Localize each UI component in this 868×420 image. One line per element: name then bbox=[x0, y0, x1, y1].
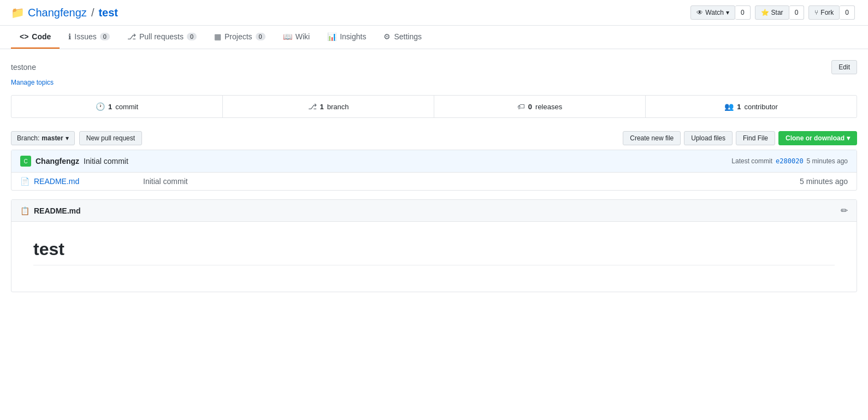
branch-left: Branch: master ▾ New pull request bbox=[11, 131, 142, 145]
branch-prefix: Branch: bbox=[17, 134, 39, 142]
readme-book-icon: 📋 bbox=[20, 206, 29, 215]
projects-icon: ▦ bbox=[214, 32, 221, 41]
contributors-stat[interactable]: 👥 1 contributor bbox=[646, 96, 857, 117]
readme-content: test bbox=[11, 222, 857, 292]
watch-group: 👁 Watch ▾ 0 bbox=[690, 5, 750, 20]
readme-header: 📋 README.md ✏ bbox=[11, 200, 857, 222]
readme-title-text: README.md bbox=[34, 206, 81, 215]
chevron-down-icon: ▾ bbox=[726, 9, 729, 16]
contributor-label: contributor bbox=[744, 103, 777, 111]
pr-badge: 0 bbox=[187, 33, 197, 40]
fork-button[interactable]: ⑂ Fork bbox=[808, 5, 840, 20]
repo-name[interactable]: test bbox=[98, 7, 118, 19]
avatar: C bbox=[20, 156, 31, 167]
branch-bar: Branch: master ▾ New pull request Create… bbox=[11, 127, 857, 150]
repo-owner[interactable]: Changfengz bbox=[28, 7, 87, 19]
commit-sha[interactable]: e280020 bbox=[776, 157, 804, 165]
tab-insights-label: Insights bbox=[340, 32, 366, 41]
branch-icon: ⎇ bbox=[308, 102, 317, 111]
releases-icon: 🏷 bbox=[517, 102, 525, 111]
new-pull-request-button[interactable]: New pull request bbox=[79, 131, 142, 145]
star-label: Star bbox=[771, 9, 783, 16]
tabs-nav: <> Code ℹ Issues 0 ⎇ Pull requests 0 ▦ P… bbox=[0, 26, 868, 49]
tab-wiki-label: Wiki bbox=[296, 32, 310, 41]
fork-label: Fork bbox=[820, 9, 834, 16]
watch-count: 0 bbox=[735, 5, 751, 20]
table-row: 📄 README.md Initial commit 5 minutes ago bbox=[11, 173, 857, 190]
tab-pull-requests[interactable]: ⎇ Pull requests 0 bbox=[119, 26, 205, 49]
title-separator: / bbox=[91, 7, 95, 19]
release-label: releases bbox=[535, 103, 562, 111]
branch-label: branch bbox=[327, 103, 349, 111]
code-icon: <> bbox=[20, 32, 28, 41]
repo-description-text: testone bbox=[11, 63, 36, 72]
branch-selector[interactable]: Branch: master ▾ bbox=[11, 131, 75, 145]
tab-wiki[interactable]: 📖 Wiki bbox=[274, 26, 318, 49]
commits-stat[interactable]: 🕐 1 commit bbox=[11, 96, 223, 117]
file-icon: 📄 bbox=[20, 177, 29, 186]
tab-insights[interactable]: 📊 Insights bbox=[318, 26, 375, 49]
contributors-icon: 👥 bbox=[724, 102, 734, 111]
latest-commit-label: Latest commit bbox=[731, 157, 772, 165]
commit-time: 5 minutes ago bbox=[807, 157, 848, 165]
clone-label: Clone or download bbox=[786, 134, 845, 142]
branch-right: Create new file Upload files Find File C… bbox=[623, 131, 857, 145]
stats-bar: 🕐 1 commit ⎇ 1 branch 🏷 0 releases 👥 1 c… bbox=[11, 95, 857, 118]
main-content: testone Edit Manage topics 🕐 1 commit ⎇ … bbox=[0, 49, 868, 292]
readme-edit-button[interactable]: ✏ bbox=[841, 205, 848, 216]
repo-title: 📁 Changfengz / test bbox=[11, 6, 118, 19]
commit-message: Initial commit bbox=[84, 157, 128, 165]
tab-projects[interactable]: ▦ Projects 0 bbox=[205, 26, 274, 49]
fork-icon: ⑂ bbox=[814, 9, 818, 16]
insights-icon: 📊 bbox=[327, 32, 336, 41]
commit-right: Latest commit e280020 5 minutes ago bbox=[731, 157, 848, 165]
commit-icon: 🕐 bbox=[96, 102, 105, 111]
tab-issues[interactable]: ℹ Issues 0 bbox=[60, 26, 119, 49]
settings-icon: ⚙ bbox=[383, 32, 391, 41]
commit-count: 1 bbox=[108, 103, 112, 111]
branch-name: master bbox=[42, 134, 63, 142]
file-commit-msg: Initial commit bbox=[143, 177, 782, 186]
tab-settings[interactable]: ⚙ Settings bbox=[375, 26, 430, 49]
contributor-count: 1 bbox=[737, 103, 741, 111]
watch-label: Watch bbox=[705, 9, 724, 16]
edit-description-button[interactable]: Edit bbox=[831, 60, 857, 74]
branch-count: 1 bbox=[320, 103, 324, 111]
tab-settings-label: Settings bbox=[394, 32, 422, 41]
star-icon: ⭐ bbox=[761, 9, 769, 16]
create-new-file-button[interactable]: Create new file bbox=[623, 131, 681, 145]
tab-projects-label: Projects bbox=[225, 32, 252, 41]
releases-stat[interactable]: 🏷 0 releases bbox=[434, 96, 646, 117]
star-button[interactable]: ⭐ Star bbox=[755, 5, 789, 20]
tab-pr-label: Pull requests bbox=[139, 32, 184, 41]
wiki-icon: 📖 bbox=[283, 32, 292, 41]
find-file-button[interactable]: Find File bbox=[736, 131, 775, 145]
readme-section: 📋 README.md ✏ test bbox=[11, 199, 857, 292]
upload-files-button[interactable]: Upload files bbox=[684, 131, 733, 145]
fork-group: ⑂ Fork 0 bbox=[808, 5, 855, 20]
branches-stat[interactable]: ⎇ 1 branch bbox=[223, 96, 434, 117]
release-count: 0 bbox=[528, 103, 532, 111]
clone-or-download-button[interactable]: Clone or download ▾ bbox=[778, 131, 857, 145]
file-time: 5 minutes ago bbox=[782, 177, 848, 186]
commit-label: commit bbox=[115, 103, 138, 111]
chevron-down-icon: ▾ bbox=[847, 134, 850, 142]
issues-icon: ℹ bbox=[68, 32, 71, 41]
watch-button[interactable]: 👁 Watch ▾ bbox=[690, 5, 735, 20]
repo-header: 📁 Changfengz / test 👁 Watch ▾ 0 ⭐ Star 0… bbox=[0, 0, 868, 26]
star-group: ⭐ Star 0 bbox=[755, 5, 805, 20]
manage-topics-link[interactable]: Manage topics bbox=[11, 79, 857, 86]
latest-commit-row: C Changfengz Initial commit Latest commi… bbox=[11, 150, 857, 173]
tab-code[interactable]: <> Code bbox=[11, 26, 60, 49]
repo-icon: 📁 bbox=[11, 6, 25, 19]
repo-description-row: testone Edit bbox=[11, 60, 857, 74]
tab-code-label: Code bbox=[32, 32, 51, 41]
file-table: C Changfengz Initial commit Latest commi… bbox=[11, 150, 857, 191]
star-count: 0 bbox=[789, 5, 805, 20]
commit-username[interactable]: Changfengz bbox=[36, 157, 79, 165]
fork-count: 0 bbox=[840, 5, 855, 20]
repo-actions: 👁 Watch ▾ 0 ⭐ Star 0 ⑂ Fork 0 bbox=[690, 5, 857, 20]
issues-badge: 0 bbox=[100, 33, 110, 40]
file-name-link[interactable]: README.md bbox=[34, 177, 143, 186]
readme-title: 📋 README.md bbox=[20, 206, 81, 215]
